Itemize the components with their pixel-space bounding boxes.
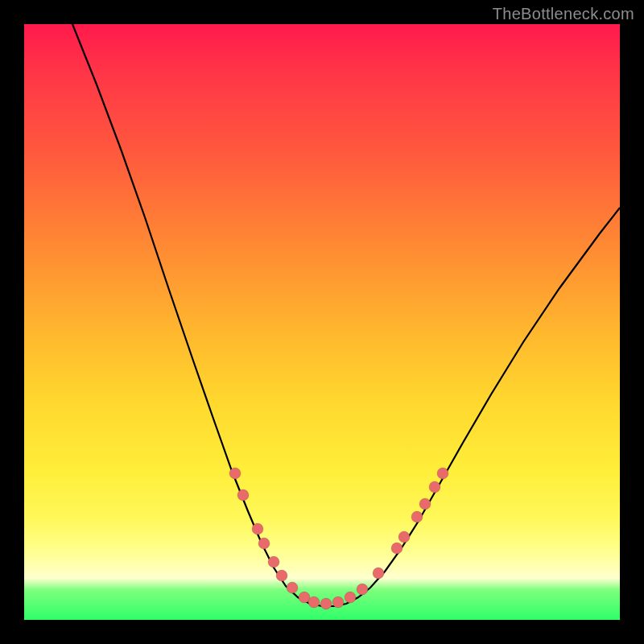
highlight-dot: [437, 468, 448, 479]
highlight-dot: [276, 570, 287, 581]
highlight-dot: [429, 481, 440, 493]
highlight-dot: [287, 582, 298, 593]
highlight-dot: [258, 538, 270, 549]
highlight-dot: [229, 468, 241, 479]
highlight-dot: [332, 597, 344, 608]
highlight-dot: [357, 584, 368, 595]
highlight-dot: [320, 598, 332, 609]
highlight-dot: [398, 531, 410, 543]
chart-canvas: TheBottleneck.com: [0, 0, 644, 644]
bottleneck-curve: [72, 24, 620, 606]
watermark-text: TheBottleneck.com: [493, 5, 634, 23]
highlight-dot: [373, 568, 384, 579]
highlight-dot: [419, 498, 431, 510]
highlight-dot: [308, 597, 320, 608]
curve-layer: [24, 24, 620, 620]
highlight-dot: [345, 592, 356, 603]
highlight-dot: [237, 489, 249, 501]
highlight-dots-group: [229, 468, 448, 609]
highlight-dot: [252, 523, 263, 535]
highlight-dot: [268, 556, 279, 568]
plot-area: [24, 24, 620, 620]
highlight-dot: [411, 511, 423, 522]
highlight-dot: [391, 543, 402, 554]
